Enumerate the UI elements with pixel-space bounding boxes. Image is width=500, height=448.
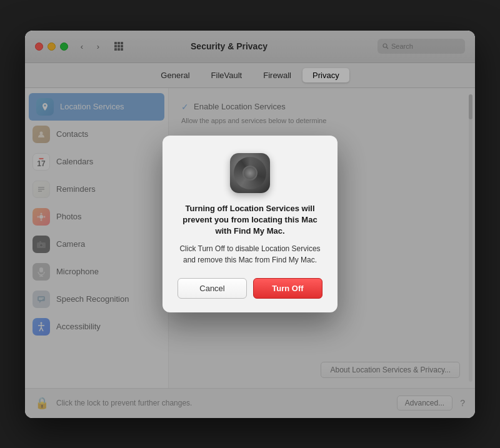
modal-title: Turning off Location Services will preve… xyxy=(178,203,322,237)
modal-overlay: Turning off Location Services will preve… xyxy=(25,31,475,418)
cancel-button[interactable]: Cancel xyxy=(178,278,247,299)
turn-off-button[interactable]: Turn Off xyxy=(253,278,322,299)
modal-icon-inner xyxy=(234,157,266,189)
modal-buttons: Cancel Turn Off xyxy=(178,278,322,299)
main-window: ‹ › Security & Privacy Search General F xyxy=(25,31,475,418)
modal-body: Click Turn Off to disable Location Servi… xyxy=(178,243,322,266)
modal-dialog: Turning off Location Services will preve… xyxy=(162,136,338,313)
modal-app-icon xyxy=(230,153,270,193)
